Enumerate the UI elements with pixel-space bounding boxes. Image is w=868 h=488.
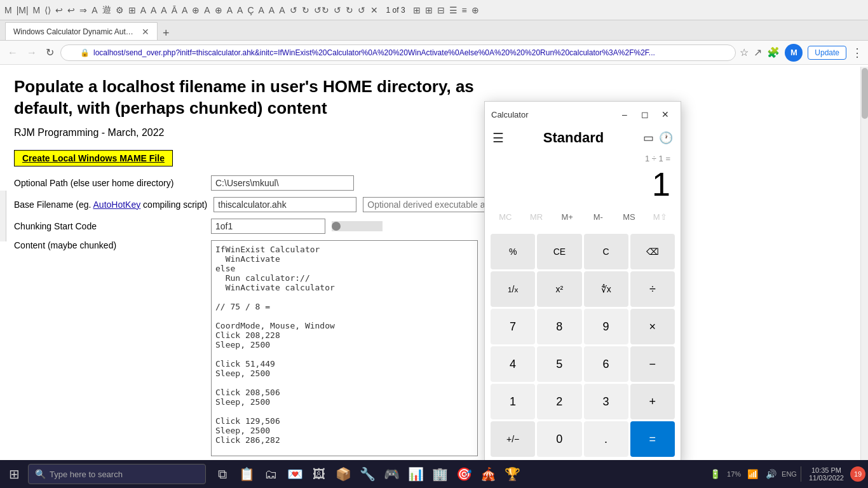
ahk-icon-29[interactable]: ↺ (332, 4, 343, 17)
ahk-icon-10[interactable]: ⚙ (114, 4, 126, 17)
taskbar-icon-1[interactable]: 📋 (235, 463, 258, 485)
profile-btn[interactable]: M (785, 44, 803, 62)
chunk-slider[interactable] (332, 221, 383, 231)
bookmark-icon[interactable]: ☆ (740, 46, 749, 58)
ahk-icon-32[interactable]: ⊞ (411, 4, 423, 17)
ahk-icon-36[interactable]: ≡ (460, 4, 469, 17)
calc-mc-btn[interactable]: MC (490, 205, 521, 228)
calc-square-btn[interactable]: x² (537, 271, 581, 307)
calc-equals-btn[interactable]: = (630, 421, 675, 457)
ahk-icon-34[interactable]: ⊟ (435, 4, 447, 17)
extensions-icon[interactable]: 🧩 (767, 46, 780, 58)
share-icon[interactable]: ↗ (754, 46, 762, 58)
volume-icon[interactable]: 🔊 (763, 466, 779, 482)
ahk-icon-35[interactable]: ☰ (447, 4, 459, 17)
calc-ce-btn[interactable]: CE (537, 234, 581, 269)
taskview-btn[interactable]: ⧉ (211, 463, 234, 485)
ahk-icon-8[interactable]: A (90, 4, 99, 17)
taskbar-icon-10[interactable]: 🎯 (452, 463, 475, 485)
ahk-icon-37[interactable]: ⊕ (470, 4, 481, 17)
address-input[interactable]: 🔒 localhost/send_over.php?initf=thiscalc… (60, 44, 736, 61)
ahk-icon-13[interactable]: A (149, 4, 158, 17)
calc-reciprocal-btn[interactable]: 1/x (491, 271, 535, 307)
calc-5-btn[interactable]: 5 (537, 346, 581, 382)
taskbar-icon-6[interactable]: 🔧 (356, 463, 379, 485)
ahk-icon-20[interactable]: A (225, 4, 234, 17)
taskbar-icon-11[interactable]: 🎪 (477, 463, 499, 485)
ahk-icon-2[interactable]: |M| (15, 4, 31, 17)
calc-decimal-btn[interactable]: . (584, 421, 628, 457)
taskbar-search[interactable]: 🔍 Type here to search (28, 464, 206, 484)
calc-history-btn[interactable]: 🕐 (659, 131, 673, 145)
ahk-icon-16[interactable]: A (180, 4, 189, 17)
back-btn[interactable]: ← (5, 46, 20, 60)
calc-sqrt-btn[interactable]: ∜x (584, 271, 628, 307)
battery-btn[interactable]: 🔋 (707, 466, 723, 482)
more-menu-btn[interactable]: ⋮ (851, 46, 863, 60)
ahk-icon-6[interactable]: ↩ (65, 4, 77, 17)
calc-2-btn[interactable]: 2 (537, 384, 581, 419)
refresh-btn[interactable]: ↻ (43, 45, 57, 60)
active-tab[interactable]: Windows Calculator Dynamic AutoHotKey Sc… (5, 22, 158, 40)
calc-9-btn[interactable]: 9 (584, 309, 628, 344)
ahk-icon-17[interactable]: ⊕ (190, 4, 201, 17)
ahk-icon-14[interactable]: A (159, 4, 168, 17)
ahk-icon-30[interactable]: ↻ (344, 4, 355, 17)
calc-divide-btn[interactable]: ÷ (630, 271, 675, 307)
calc-mplus-btn[interactable]: M+ (552, 205, 583, 228)
calc-3-btn[interactable]: 3 (584, 384, 628, 419)
calc-negate-btn[interactable]: +/− (491, 421, 535, 457)
calc-add-btn[interactable]: + (630, 384, 675, 419)
network-icon[interactable]: 📶 (745, 466, 761, 482)
calc-subtract-btn[interactable]: − (630, 346, 675, 382)
ahk-icon-33[interactable]: ⊞ (423, 4, 435, 17)
ahk-icon-18[interactable]: A (202, 4, 212, 17)
taskbar-clock[interactable]: 10:35 PM 11/03/2022 (805, 466, 848, 482)
taskbar-icon-8[interactable]: 📊 (404, 463, 427, 485)
content-textarea[interactable]: IfWinExist Calculator WinActivate else R… (211, 240, 478, 456)
base-filename-input[interactable] (214, 197, 356, 212)
taskbar-icon-12[interactable]: 🏆 (501, 463, 524, 485)
taskbar-icon-2[interactable]: 🗂 (259, 463, 282, 485)
calc-percent-btn[interactable]: % (491, 234, 535, 269)
calc-c-btn[interactable]: C (584, 234, 628, 269)
ahk-icon-25[interactable]: A (277, 4, 287, 17)
taskbar-icon-7[interactable]: 🎮 (380, 463, 403, 485)
ahk-icon-9[interactable]: 遊 (100, 3, 113, 17)
ahk-icon-3[interactable]: M (31, 4, 43, 17)
ahk-icon-11[interactable]: ⊞ (126, 4, 138, 17)
scrollbar-thumb[interactable] (862, 68, 868, 119)
calc-1-btn[interactable]: 1 (491, 384, 535, 419)
calc-8-btn[interactable]: 8 (537, 309, 581, 344)
calc-7-btn[interactable]: 7 (491, 309, 535, 344)
calc-4-btn[interactable]: 4 (491, 346, 535, 382)
ahk-icon-4[interactable]: ⟨⟩ (43, 4, 53, 17)
calc-6-btn[interactable]: 6 (584, 346, 628, 382)
ahk-icon-1[interactable]: M (3, 4, 14, 17)
calc-minimize-btn[interactable]: – (616, 105, 634, 123)
tab-close-btn[interactable]: ✕ (142, 27, 149, 37)
ahk-icon-26[interactable]: ↺ (288, 4, 299, 17)
ahk-icon-19[interactable]: ⊕ (213, 4, 224, 17)
create-local-file-btn[interactable]: Create Local Windows MAME File (14, 150, 173, 166)
right-scrollbar[interactable] (860, 67, 868, 463)
notification-badge[interactable]: 19 (850, 466, 865, 482)
calc-mminus-btn[interactable]: M- (583, 205, 614, 228)
taskbar-icon-4[interactable]: 🖼 (308, 463, 330, 485)
autohotkey-link[interactable]: AutoHotKey (93, 200, 141, 210)
calc-close-btn[interactable]: ✕ (656, 105, 674, 123)
start-btn[interactable]: ⊞ (3, 463, 25, 485)
calc-0-btn[interactable]: 0 (537, 421, 581, 457)
optional-path-input[interactable] (211, 175, 354, 191)
taskbar-icon-5[interactable]: 📦 (332, 463, 355, 485)
ahk-icon-31[interactable]: ↺ (356, 4, 367, 17)
ahk-icon-12[interactable]: A (139, 4, 148, 17)
ahk-icon-7[interactable]: ⇒ (78, 4, 89, 17)
calc-ms-btn[interactable]: MS (614, 205, 645, 228)
ahk-icon-23[interactable]: A (257, 4, 266, 17)
ahk-icon-28[interactable]: ↺↻ (312, 4, 331, 17)
new-tab-btn[interactable]: + (163, 27, 170, 40)
update-btn[interactable]: Update (808, 46, 846, 60)
calc-mr-btn[interactable]: MR (521, 205, 552, 228)
taskbar-icon-9[interactable]: 🏢 (428, 463, 451, 485)
